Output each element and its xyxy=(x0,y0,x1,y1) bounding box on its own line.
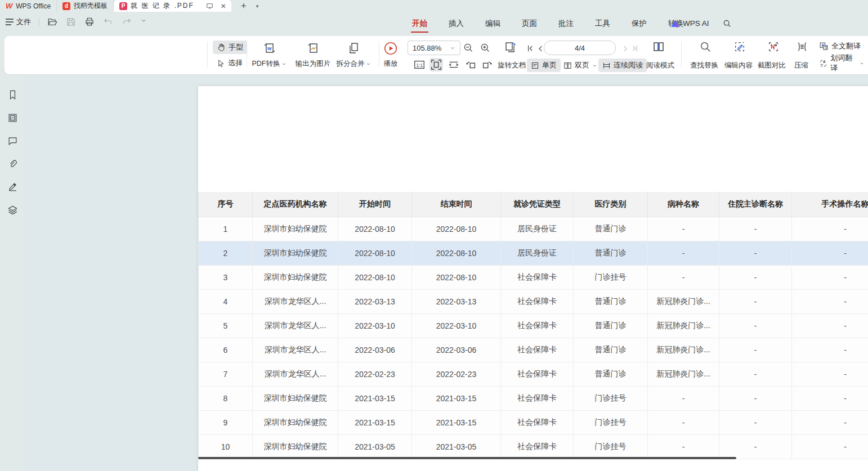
compress-icon[interactable] xyxy=(795,40,809,53)
table-cell: 深圳市龙华区人... xyxy=(253,338,338,362)
toolbar: 手型 选择 W PDF转换 输出为图片 拆分合并 播放 105.88% xyxy=(5,36,868,74)
select-tool-label: 选择 xyxy=(228,58,243,68)
attachment-icon[interactable] xyxy=(6,158,19,170)
double-page-button[interactable]: 双页 xyxy=(560,59,601,72)
continuous-read-label: 连续阅读 xyxy=(614,60,643,70)
pdf-convert-label: PDF转换 xyxy=(252,59,280,69)
ribbon-tab-page[interactable]: 页面 xyxy=(521,14,538,34)
actual-size-icon[interactable]: 1:1 xyxy=(413,58,426,71)
table-cell: - xyxy=(648,386,719,410)
continuous-read-icon xyxy=(602,61,611,70)
zoom-out-icon[interactable] xyxy=(462,41,475,55)
save-icon[interactable] xyxy=(66,17,76,27)
display-icon[interactable] xyxy=(205,2,214,11)
rotate-right-icon[interactable] xyxy=(480,58,494,71)
more-commands-chevron-icon[interactable] xyxy=(140,17,150,27)
close-tab-icon[interactable]: ✕ xyxy=(219,2,228,11)
table-row: 7深圳市龙华区人...2022-02-232022-02-23社会保障卡普通门诊… xyxy=(199,362,868,386)
menu-bar: 文件 xyxy=(0,12,868,35)
column-header: 序号 xyxy=(199,192,253,217)
fit-page-icon[interactable] xyxy=(429,58,443,71)
table-cell: - xyxy=(648,241,719,265)
search-menu-icon[interactable] xyxy=(723,19,732,28)
table-cell: 8 xyxy=(199,386,253,410)
tab-docer-templates[interactable]: d 找稻壳模板 xyxy=(57,0,114,12)
zoom-in-icon[interactable] xyxy=(478,41,492,55)
single-page-icon xyxy=(531,61,539,70)
table-cell: 2021-03-15 xyxy=(412,410,501,434)
tab-list-chevron-icon[interactable]: ▾ xyxy=(256,0,259,12)
edit-content-icon[interactable] xyxy=(733,40,746,53)
table-cell: 深圳市龙华区人... xyxy=(253,289,338,313)
table-cell: 2021-03-15 xyxy=(412,386,501,410)
table-cell: - xyxy=(719,313,792,338)
ribbon-tab-home[interactable]: 开始 xyxy=(411,14,428,34)
single-page-label: 单页 xyxy=(542,60,557,70)
play-label: 播放 xyxy=(384,59,398,69)
play-button[interactable]: 播放 xyxy=(372,39,409,71)
read-mode-book-icon[interactable] xyxy=(652,40,665,53)
thumbnails-icon[interactable] xyxy=(6,111,19,124)
layers-icon[interactable] xyxy=(6,204,19,216)
word-translate-button[interactable]: A文 划词翻译 xyxy=(815,56,868,70)
file-menu-label: 文件 xyxy=(16,17,31,27)
ribbon-tab-insert[interactable]: 插入 xyxy=(448,14,465,34)
table-cell: 门诊挂号 xyxy=(574,410,648,434)
screenshot-compare-button[interactable]: 截图对比 xyxy=(758,61,786,70)
hand-tool-button[interactable]: 手型 xyxy=(213,41,247,54)
ribbon-tab-edit[interactable]: 编辑 xyxy=(484,14,502,34)
horizontal-scrollbar[interactable] xyxy=(198,457,736,459)
find-replace-button[interactable]: 查找替换 xyxy=(690,61,718,70)
table-cell: 2022-02-23 xyxy=(412,362,501,386)
table-row: 1深圳市妇幼保健院2022-08-102022-08-10居民身份证普通门诊--… xyxy=(199,217,868,241)
table-cell: 3 xyxy=(199,265,253,289)
read-mode-button[interactable]: 阅读模式 xyxy=(646,61,674,70)
table-cell: 社会保障卡 xyxy=(501,313,574,338)
table-cell: - xyxy=(792,289,868,313)
split-merge-button[interactable]: 拆分合并 xyxy=(329,39,378,71)
table-cell: 社会保障卡 xyxy=(501,338,574,362)
undo-icon[interactable] xyxy=(103,17,113,27)
table-cell: - xyxy=(792,313,868,338)
table-cell: - xyxy=(792,410,868,434)
tab-wps-office[interactable]: W WPS Office xyxy=(0,0,57,12)
new-tab-button[interactable]: ＋ xyxy=(239,0,248,12)
full-text-translate-button[interactable]: A字 全文翻译 xyxy=(815,39,865,53)
rotate-left-icon[interactable] xyxy=(464,58,478,71)
document-area[interactable]: 序号定点医药机构名称开始时间结束时间就诊凭证类型医疗类别病种名称住院主诊断名称手… xyxy=(25,76,868,471)
bookmarks-icon[interactable] xyxy=(6,88,19,101)
open-file-icon[interactable] xyxy=(47,17,57,27)
ribbon-tab-protect[interactable]: 保护 xyxy=(630,14,648,34)
pdf-convert-button[interactable]: W PDF转换 xyxy=(245,39,293,71)
rotate-document-button[interactable]: 旋转文档 xyxy=(498,61,526,70)
wps-ai-button[interactable]: WPS AI xyxy=(671,19,709,28)
find-replace-icon[interactable] xyxy=(699,40,712,53)
edit-content-button[interactable]: 编辑内容 xyxy=(724,61,753,70)
divider xyxy=(207,42,208,68)
hand-icon xyxy=(217,43,226,52)
file-menu-button[interactable]: 文件 xyxy=(6,17,31,27)
svg-text:A: A xyxy=(823,59,826,63)
page-number-input[interactable]: 4/4 xyxy=(544,41,616,55)
fit-width-icon[interactable] xyxy=(447,58,460,71)
screenshot-compare-icon[interactable] xyxy=(767,40,780,53)
redo-icon[interactable] xyxy=(122,17,132,27)
compress-button[interactable]: 压缩 xyxy=(794,61,808,70)
table-cell: - xyxy=(792,434,868,459)
table-cell: 2022-03-06 xyxy=(412,338,501,362)
signature-icon[interactable] xyxy=(6,181,19,193)
select-tool-button[interactable]: 选择 xyxy=(213,56,247,70)
ribbon-tab-comment[interactable]: 批注 xyxy=(557,14,575,34)
comments-icon[interactable] xyxy=(6,134,19,147)
ribbon-tab-tools[interactable]: 工具 xyxy=(594,14,611,34)
last-page-icon[interactable] xyxy=(628,42,642,55)
continuous-read-button[interactable]: 连续阅读 xyxy=(598,59,647,72)
table-cell: 2022-03-13 xyxy=(412,289,501,313)
cursor-icon xyxy=(217,59,225,68)
table-cell: 新冠肺炎门诊... xyxy=(648,338,719,362)
print-icon[interactable] xyxy=(84,17,95,27)
replace-pages-icon[interactable] xyxy=(503,41,517,54)
zoom-level-select[interactable]: 105.88% xyxy=(408,41,460,55)
tab-document[interactable]: P 就 医 记 录 .PDF ✕ xyxy=(114,0,231,12)
single-page-button[interactable]: 单页 xyxy=(527,59,561,72)
